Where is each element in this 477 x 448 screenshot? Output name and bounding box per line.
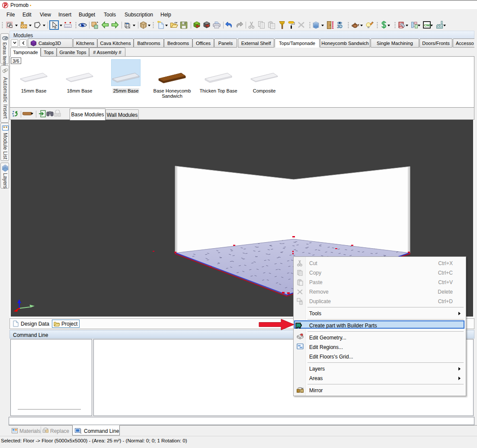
svg-text:CNC: CNC: [424, 23, 431, 27]
svg-text:3D: 3D: [337, 24, 343, 29]
